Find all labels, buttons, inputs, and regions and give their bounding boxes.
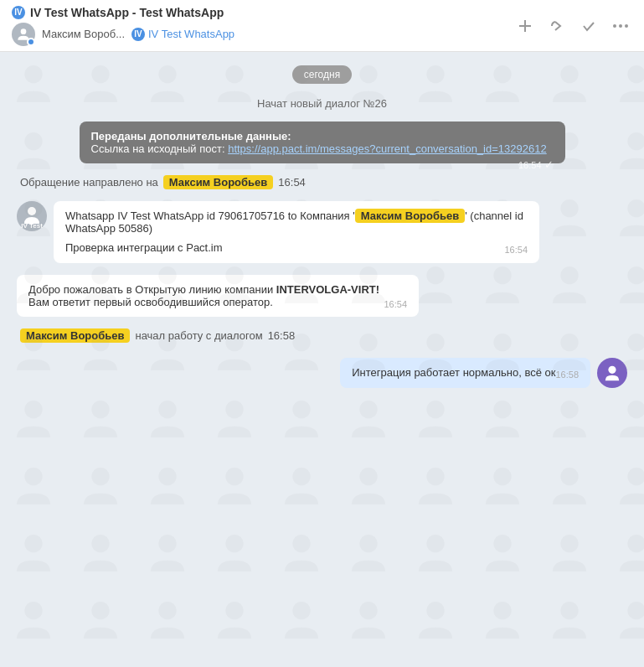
started-time: 16:58 bbox=[268, 329, 296, 342]
more-button[interactable] bbox=[609, 14, 632, 38]
system-msg-time: 16:54 ✓ bbox=[518, 158, 554, 171]
date-badge: сегодня bbox=[17, 65, 627, 84]
header: IV IV Test WhatsApp - Test WhatsApp Макс… bbox=[0, 0, 644, 52]
system-msg-link-label: Ссылка на исходный пост: bbox=[91, 142, 225, 155]
auto-reply-line2: Вам ответит первый освободившийся операт… bbox=[28, 296, 407, 308]
info-line-time: 16:54 bbox=[278, 176, 306, 189]
outgoing-avatar bbox=[597, 358, 627, 388]
page-title: IV Test WhatsApp - Test WhatsApp bbox=[30, 6, 224, 19]
outgoing-msg-text: Интеграция работает нормально, всё ок bbox=[352, 366, 555, 379]
incoming-message-bubble: Whatsapp IV Test WhatsApp id 79061705716… bbox=[54, 201, 539, 263]
auto-reply-text: Добро пожаловать в Открытую линию компан… bbox=[28, 283, 407, 296]
sender-avatar: IV Test bbox=[17, 201, 47, 231]
started-text: начал работу с диалогом bbox=[135, 329, 262, 342]
incoming-msg-text: Whatsapp IV Test WhatsApp id 79061705716… bbox=[65, 209, 528, 235]
user-avatar-container bbox=[12, 23, 35, 46]
outgoing-message-bubble: Интеграция работает нормально, всё ок 16… bbox=[340, 358, 590, 388]
auto-reply-bold: INTERVOLGA-VIRT! bbox=[276, 283, 379, 296]
svg-point-5 bbox=[625, 24, 628, 28]
header-title-row: IV IV Test WhatsApp - Test WhatsApp bbox=[12, 6, 513, 19]
auto-reply-message: Добро пожаловать в Открытую линию компан… bbox=[17, 275, 419, 317]
outgoing-message-row: Интеграция работает нормально, всё ок 16… bbox=[17, 358, 627, 388]
outgoing-msg-time: 16:58 bbox=[555, 370, 579, 380]
svg-point-3 bbox=[613, 24, 616, 28]
online-badge bbox=[27, 38, 35, 46]
assigned-user-badge: Максим Воробьев bbox=[163, 175, 273, 189]
add-button[interactable] bbox=[513, 14, 537, 38]
svg-point-0 bbox=[21, 28, 27, 34]
user-name: Максим Вороб... bbox=[42, 28, 125, 40]
chat-area: сегодня Начат новый диалог №26 Переданы … bbox=[0, 52, 644, 667]
incoming-msg-subtext: Проверка интеграции с Pact.im 16:54 bbox=[65, 241, 528, 254]
date-label: сегодня bbox=[292, 65, 352, 84]
channel-icon: IV bbox=[12, 6, 25, 19]
dialog-start-text: Начат новый диалог №26 bbox=[257, 97, 387, 110]
forward-button[interactable] bbox=[545, 14, 569, 38]
avatar-label: IV Test bbox=[21, 222, 43, 230]
started-user-badge: Максим Воробьев bbox=[20, 328, 130, 343]
system-message: Переданы дополнительные данные: Ссылка н… bbox=[80, 122, 565, 163]
system-msg-bold: Переданы дополнительные данные: bbox=[91, 130, 554, 142]
channel-name: IV Test WhatsApp bbox=[148, 28, 234, 40]
svg-point-7 bbox=[608, 366, 616, 374]
system-msg-link-row: Ссылка на исходный пост: https://app.pac… bbox=[91, 142, 554, 155]
header-left: IV IV Test WhatsApp - Test WhatsApp Макс… bbox=[12, 6, 513, 46]
header-channel[interactable]: IV IV Test WhatsApp bbox=[131, 28, 234, 41]
svg-point-4 bbox=[619, 24, 622, 28]
check-button[interactable] bbox=[577, 14, 600, 38]
svg-point-6 bbox=[28, 207, 36, 215]
info-line-text: Обращение направлено на bbox=[20, 176, 158, 189]
header-subtitle-row: Максим Вороб... IV IV Test WhatsApp bbox=[12, 23, 513, 46]
header-actions bbox=[513, 14, 632, 38]
delivered-icon: ✓ bbox=[544, 158, 554, 171]
auto-reply-time: 16:54 bbox=[384, 299, 407, 309]
system-msg-link[interactable]: https://app.pact.im/messages?current_con… bbox=[228, 142, 547, 155]
incoming-highlight: Максим Воробьев bbox=[355, 209, 465, 223]
info-line-assigned: Обращение направлено на Максим Воробьев … bbox=[17, 175, 627, 189]
incoming-msg-time: 16:54 bbox=[504, 245, 528, 255]
system-line-started: Максим Воробьев начал работу с диалогом … bbox=[17, 328, 627, 343]
dialog-start: Начат новый диалог №26 bbox=[17, 97, 627, 110]
incoming-message-row: IV Test Whatsapp IV Test WhatsApp id 790… bbox=[17, 201, 627, 263]
channel-icon-small: IV bbox=[131, 28, 145, 41]
